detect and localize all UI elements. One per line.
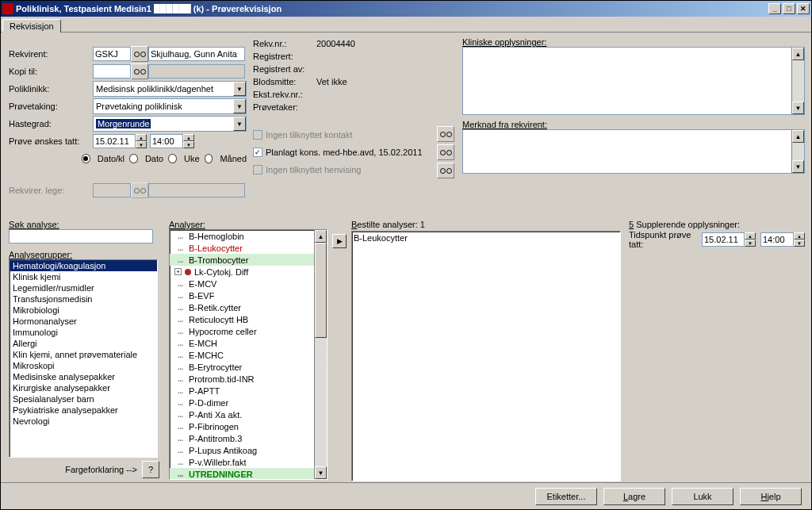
suppl-dato-spin[interactable]: ▲▼: [745, 232, 756, 247]
analyse-tree-item[interactable]: …Protromb.tid-INR: [170, 373, 314, 385]
rekvirent-code-input[interactable]: [93, 47, 131, 61]
label-prove-onskes: Prøve ønskes tatt:: [9, 136, 93, 146]
check-henvising-label: Ingen tilknyttet henvising: [266, 165, 361, 174]
analyse-tree-item[interactable]: …P-Lupus Antikoag: [170, 444, 314, 456]
analyse-tree-item[interactable]: +Lk-Cytokj. Diff: [170, 266, 314, 278]
merknad-textarea[interactable]: ▲▼: [462, 129, 805, 174]
check-planlagt-label: Planlagt kons. med-hbe.avd, 15.02.2011: [266, 148, 423, 157]
analysegruppe-item[interactable]: Legemidler/rusmidler: [10, 282, 157, 293]
radio-datokl[interactable]: [82, 154, 90, 163]
analyse-tree-item[interactable]: …UTREDNINGER: [170, 468, 314, 480]
fargeforklaring-button[interactable]: ?: [142, 461, 159, 478]
add-analyse-button[interactable]: ▶: [332, 234, 347, 248]
analysegruppe-item[interactable]: Hematologi/koagulasjon: [10, 260, 157, 271]
analysegrupper-list[interactable]: Hematologi/koagulasjonKlinisk kjemiLegem…: [9, 259, 158, 458]
tree-item-label: Reticulocytt HB: [189, 315, 248, 324]
scrollbar[interactable]: ▲▼: [791, 48, 804, 114]
analysegruppe-item[interactable]: Immunologi: [10, 327, 157, 338]
analyse-tree-item[interactable]: …E-MCH: [170, 337, 314, 349]
analyse-tree-item[interactable]: …B-Hemoglobin: [170, 230, 314, 242]
analyse-tree-item[interactable]: …B-Retik.cytter: [170, 301, 314, 313]
kontakt-search-button[interactable]: [437, 126, 454, 142]
analyse-tree-item[interactable]: …B-Leukocytter: [170, 242, 314, 254]
tree-item-label: Protromb.tid-INR: [189, 374, 255, 384]
sok-analyse-input[interactable]: [9, 229, 153, 243]
hastegrad-combo[interactable]: Morgenrunde ▼: [93, 116, 247, 132]
minimize-button[interactable]: _: [768, 3, 781, 14]
analysegruppe-item[interactable]: Kirurgiske analysepakker: [10, 382, 157, 393]
analysegruppe-item[interactable]: Medisinske analysepakker: [10, 371, 157, 382]
poliklinikk-combo[interactable]: Medisinsk poliklinikk/dagenhet ▼: [93, 81, 247, 97]
etiketter-button[interactable]: Etiketter...: [535, 488, 597, 505]
analysegruppe-item[interactable]: Nevrologi: [10, 416, 157, 427]
label-poliklinikk: Poliklinikk:: [9, 84, 93, 94]
rekvirent-search-button[interactable]: [131, 46, 148, 62]
tab-rekvisisjon[interactable]: Rekvisisjon: [2, 19, 61, 33]
radio-maned[interactable]: [205, 154, 213, 163]
analysegruppe-item[interactable]: Psykiatriske analysepakker: [10, 405, 157, 416]
suppl-dato-input[interactable]: [702, 232, 745, 247]
suppl-kl-spin[interactable]: ▲▼: [794, 232, 805, 247]
analyse-tree-item[interactable]: …P-v.Willebr.fakt: [170, 456, 314, 468]
tabstrip: Rekvisisjon: [1, 17, 811, 33]
value-rekvnr: 20004440: [316, 39, 355, 48]
onskes-kl-spin[interactable]: ▲▼: [183, 134, 194, 148]
analyse-tree-item[interactable]: …P-D-dimer: [170, 397, 314, 408]
analyser-tree[interactable]: …B-Hemoglobin…B-Leukocytter…B-Trombocytt…: [169, 229, 327, 480]
analysegruppe-item[interactable]: Transfusjonsmedisin: [10, 293, 157, 305]
analyse-tree-item[interactable]: …P-Fibrinogen: [170, 420, 314, 432]
hjelp-button[interactable]: Hjelp: [740, 488, 802, 505]
label-kliniske: Kliniske opplysninger:: [462, 37, 805, 47]
close-button[interactable]: ✕: [797, 3, 810, 14]
kliniske-textarea[interactable]: ▲▼: [462, 47, 805, 115]
tree-item-label: E-MCH: [189, 339, 217, 348]
suppl-kl-input[interactable]: [760, 232, 794, 247]
analysegruppe-item[interactable]: Mikroskopi: [10, 360, 157, 371]
scrollbar[interactable]: ▲ ▼: [314, 230, 327, 479]
maximize-button[interactable]: □: [783, 3, 795, 14]
hastegrad-value: Morgenrunde: [94, 119, 233, 128]
analysegruppe-item[interactable]: Hormonanalyser: [10, 316, 157, 327]
lagre-button[interactable]: Lagre: [603, 488, 665, 505]
lukk-button[interactable]: Lukk: [672, 488, 733, 505]
binoculars-icon: [134, 66, 146, 77]
onskes-dato-spin[interactable]: ▲▼: [136, 134, 147, 148]
analyse-tree-item[interactable]: …B-Trombocytter: [170, 254, 314, 266]
analyse-tree-item[interactable]: …P-APTT: [170, 385, 314, 397]
analysegruppe-item[interactable]: Spesialanalyser barn: [10, 393, 157, 405]
analyse-tree-item[interactable]: …P-Antitromb.3: [170, 432, 314, 444]
analysegruppe-item[interactable]: Mikrobiologi: [10, 305, 157, 316]
radio-dato[interactable]: [129, 154, 138, 163]
check-kontakt: [253, 130, 262, 140]
analysegruppe-item[interactable]: Klin kjemi, annet prøvemateriale: [10, 349, 157, 360]
analyse-tree-item[interactable]: …E-MCV: [170, 278, 314, 290]
chevron-down-icon: ▼: [233, 82, 246, 96]
bestilte-list[interactable]: B-Leukocytter: [351, 231, 621, 481]
analyse-tree-item[interactable]: …B-EVF: [170, 290, 314, 301]
titlebar: Poliklinisk, Testpasient Medisin1 ██████…: [1, 1, 811, 17]
tree-item-label: B-EVF: [189, 291, 214, 301]
analyse-tree-item[interactable]: …Reticulocytt HB: [170, 313, 314, 325]
kopitil-code-input[interactable]: [93, 64, 131, 79]
provetaking-combo[interactable]: Prøvetaking poliklinisk ▼: [93, 98, 247, 114]
check-planlagt[interactable]: ✓: [253, 148, 262, 157]
analysegruppe-item[interactable]: Klinisk kjemi: [10, 271, 157, 282]
analysegruppe-item[interactable]: Allergi: [10, 338, 157, 349]
expand-icon[interactable]: +: [174, 268, 182, 275]
onskes-kl-input[interactable]: [150, 134, 183, 148]
radio-label-maned: Måned: [220, 154, 247, 163]
kopitil-name-input[interactable]: [148, 64, 245, 79]
planlagt-search-button[interactable]: [437, 144, 454, 160]
radio-uke[interactable]: [168, 154, 177, 163]
henvising-search-button[interactable]: [437, 163, 454, 178]
kopitil-search-button[interactable]: [131, 63, 148, 79]
rekvirent-name-input[interactable]: [148, 47, 245, 61]
onskes-dato-input[interactable]: [93, 134, 136, 148]
analyse-tree-item[interactable]: …Hypocrome celler: [170, 325, 314, 337]
binoculars-icon: [134, 185, 146, 196]
analyse-tree-item[interactable]: …E-MCHC: [170, 349, 314, 361]
analyse-tree-item[interactable]: …B-Erytrocytter: [170, 361, 314, 373]
analyse-tree-item[interactable]: …P-Anti Xa akt.: [170, 408, 314, 420]
bestilt-item[interactable]: B-Leukocytter: [354, 233, 619, 243]
scrollbar[interactable]: ▲▼: [791, 130, 804, 173]
